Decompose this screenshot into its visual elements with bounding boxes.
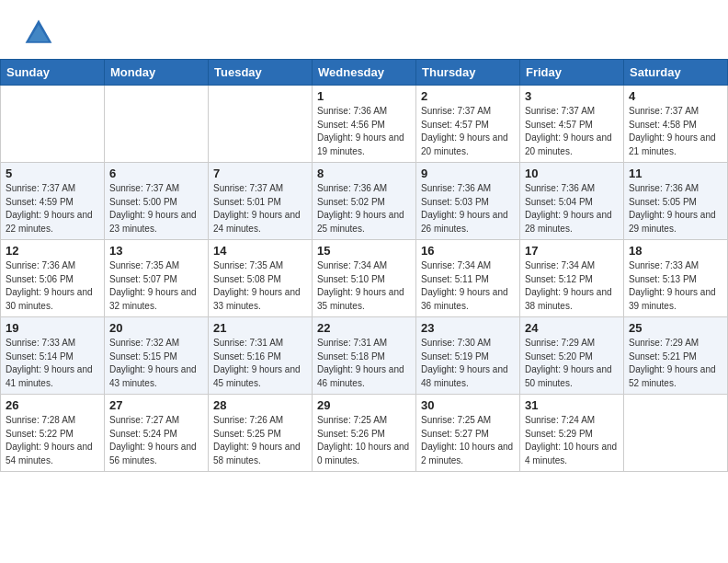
day-info: Sunrise: 7:30 AM Sunset: 5:19 PM Dayligh… — [421, 337, 515, 390]
day-info: Sunrise: 7:31 AM Sunset: 5:18 PM Dayligh… — [317, 337, 411, 390]
calendar-header-monday: Monday — [105, 60, 209, 86]
calendar-cell: 5Sunrise: 7:37 AM Sunset: 4:59 PM Daylig… — [1, 163, 105, 240]
day-number: 12 — [6, 244, 99, 258]
calendar-cell: 24Sunrise: 7:29 AM Sunset: 5:20 PM Dayli… — [520, 317, 624, 395]
day-number: 3 — [525, 89, 619, 103]
day-number: 15 — [317, 244, 411, 258]
calendar-cell: 14Sunrise: 7:35 AM Sunset: 5:08 PM Dayli… — [209, 240, 313, 317]
calendar-cell: 26Sunrise: 7:28 AM Sunset: 5:22 PM Dayli… — [1, 395, 105, 472]
calendar-cell: 30Sunrise: 7:25 AM Sunset: 5:27 PM Dayli… — [416, 395, 520, 472]
day-info: Sunrise: 7:27 AM Sunset: 5:24 PM Dayligh… — [109, 414, 203, 467]
calendar-cell: 29Sunrise: 7:25 AM Sunset: 5:26 PM Dayli… — [313, 395, 416, 472]
day-info: Sunrise: 7:36 AM Sunset: 4:56 PM Dayligh… — [317, 105, 411, 158]
day-number: 8 — [317, 167, 411, 180]
calendar-header-saturday: Saturday — [624, 60, 728, 86]
calendar-cell: 15Sunrise: 7:34 AM Sunset: 5:10 PM Dayli… — [313, 240, 416, 317]
calendar-cell: 17Sunrise: 7:34 AM Sunset: 5:12 PM Dayli… — [520, 240, 624, 317]
day-info: Sunrise: 7:24 AM Sunset: 5:29 PM Dayligh… — [525, 414, 619, 467]
calendar-week-1: 5Sunrise: 7:37 AM Sunset: 4:59 PM Daylig… — [1, 163, 728, 240]
day-info: Sunrise: 7:37 AM Sunset: 4:57 PM Dayligh… — [421, 105, 515, 158]
calendar-cell: 19Sunrise: 7:33 AM Sunset: 5:14 PM Dayli… — [1, 317, 105, 395]
calendar-cell: 8Sunrise: 7:36 AM Sunset: 5:02 PM Daylig… — [313, 163, 416, 240]
day-info: Sunrise: 7:36 AM Sunset: 5:02 PM Dayligh… — [317, 182, 411, 236]
day-info: Sunrise: 7:36 AM Sunset: 5:05 PM Dayligh… — [629, 182, 722, 236]
day-number: 14 — [213, 244, 307, 258]
calendar-header-sunday: Sunday — [1, 60, 105, 86]
day-number: 13 — [109, 244, 203, 258]
day-number: 18 — [629, 244, 722, 258]
day-info: Sunrise: 7:33 AM Sunset: 5:13 PM Dayligh… — [629, 259, 722, 313]
day-info: Sunrise: 7:34 AM Sunset: 5:12 PM Dayligh… — [525, 259, 619, 313]
day-info: Sunrise: 7:37 AM Sunset: 5:01 PM Dayligh… — [213, 182, 307, 236]
day-info: Sunrise: 7:32 AM Sunset: 5:15 PM Dayligh… — [109, 337, 203, 390]
day-info: Sunrise: 7:26 AM Sunset: 5:25 PM Dayligh… — [213, 414, 307, 467]
day-info: Sunrise: 7:34 AM Sunset: 5:11 PM Dayligh… — [421, 259, 515, 313]
calendar-week-4: 26Sunrise: 7:28 AM Sunset: 5:22 PM Dayli… — [1, 395, 728, 472]
calendar-cell: 21Sunrise: 7:31 AM Sunset: 5:16 PM Dayli… — [209, 317, 313, 395]
page: SundayMondayTuesdayWednesdayThursdayFrid… — [0, 0, 728, 472]
calendar-cell — [209, 86, 313, 163]
day-number: 1 — [317, 89, 411, 103]
logo-icon — [22, 17, 55, 50]
day-info: Sunrise: 7:33 AM Sunset: 5:14 PM Dayligh… — [6, 337, 99, 390]
day-info: Sunrise: 7:28 AM Sunset: 5:22 PM Dayligh… — [6, 414, 99, 467]
calendar-week-3: 19Sunrise: 7:33 AM Sunset: 5:14 PM Dayli… — [1, 317, 728, 395]
day-number: 17 — [525, 244, 619, 258]
calendar-header-wednesday: Wednesday — [313, 60, 416, 86]
day-info: Sunrise: 7:37 AM Sunset: 4:58 PM Dayligh… — [629, 105, 722, 158]
calendar-header-row: SundayMondayTuesdayWednesdayThursdayFrid… — [1, 60, 728, 86]
day-info: Sunrise: 7:25 AM Sunset: 5:27 PM Dayligh… — [421, 414, 515, 467]
header — [0, 0, 728, 59]
calendar-cell: 28Sunrise: 7:26 AM Sunset: 5:25 PM Dayli… — [209, 395, 313, 472]
calendar-header-friday: Friday — [520, 60, 624, 86]
day-info: Sunrise: 7:25 AM Sunset: 5:26 PM Dayligh… — [317, 414, 411, 467]
calendar-cell — [1, 86, 105, 163]
calendar-cell: 10Sunrise: 7:36 AM Sunset: 5:04 PM Dayli… — [520, 163, 624, 240]
day-number: 20 — [109, 321, 203, 335]
calendar-cell: 23Sunrise: 7:30 AM Sunset: 5:19 PM Dayli… — [416, 317, 520, 395]
day-info: Sunrise: 7:29 AM Sunset: 5:21 PM Dayligh… — [629, 337, 722, 390]
calendar-cell: 13Sunrise: 7:35 AM Sunset: 5:07 PM Dayli… — [105, 240, 209, 317]
day-number: 25 — [629, 321, 722, 335]
day-number: 24 — [525, 321, 619, 335]
day-number: 27 — [109, 398, 203, 412]
calendar-cell: 20Sunrise: 7:32 AM Sunset: 5:15 PM Dayli… — [105, 317, 209, 395]
calendar-cell: 9Sunrise: 7:36 AM Sunset: 5:03 PM Daylig… — [416, 163, 520, 240]
day-number: 21 — [213, 321, 307, 335]
day-number: 30 — [421, 398, 515, 412]
day-number: 28 — [213, 398, 307, 412]
calendar-cell: 3Sunrise: 7:37 AM Sunset: 4:57 PM Daylig… — [520, 86, 624, 163]
calendar-cell — [624, 395, 728, 472]
calendar-cell: 25Sunrise: 7:29 AM Sunset: 5:21 PM Dayli… — [624, 317, 728, 395]
day-info: Sunrise: 7:35 AM Sunset: 5:08 PM Dayligh… — [213, 259, 307, 313]
day-number: 26 — [6, 398, 99, 412]
day-info: Sunrise: 7:36 AM Sunset: 5:06 PM Dayligh… — [6, 259, 99, 313]
day-info: Sunrise: 7:37 AM Sunset: 4:59 PM Dayligh… — [6, 182, 99, 236]
day-info: Sunrise: 7:36 AM Sunset: 5:04 PM Dayligh… — [525, 182, 619, 236]
calendar-cell: 6Sunrise: 7:37 AM Sunset: 5:00 PM Daylig… — [105, 163, 209, 240]
calendar-cell: 31Sunrise: 7:24 AM Sunset: 5:29 PM Dayli… — [520, 395, 624, 472]
day-number: 2 — [421, 89, 515, 103]
calendar-cell: 16Sunrise: 7:34 AM Sunset: 5:11 PM Dayli… — [416, 240, 520, 317]
day-number: 23 — [421, 321, 515, 335]
day-info: Sunrise: 7:36 AM Sunset: 5:03 PM Dayligh… — [421, 182, 515, 236]
day-number: 16 — [421, 244, 515, 258]
calendar-cell: 2Sunrise: 7:37 AM Sunset: 4:57 PM Daylig… — [416, 86, 520, 163]
day-info: Sunrise: 7:37 AM Sunset: 5:00 PM Dayligh… — [109, 182, 203, 236]
day-number: 29 — [317, 398, 411, 412]
day-info: Sunrise: 7:31 AM Sunset: 5:16 PM Dayligh… — [213, 337, 307, 390]
calendar-cell: 18Sunrise: 7:33 AM Sunset: 5:13 PM Dayli… — [624, 240, 728, 317]
calendar-header-tuesday: Tuesday — [209, 60, 313, 86]
day-info: Sunrise: 7:35 AM Sunset: 5:07 PM Dayligh… — [109, 259, 203, 313]
day-number: 9 — [421, 167, 515, 180]
calendar-header-thursday: Thursday — [416, 60, 520, 86]
day-info: Sunrise: 7:34 AM Sunset: 5:10 PM Dayligh… — [317, 259, 411, 313]
day-number: 7 — [213, 167, 307, 180]
logo — [22, 17, 59, 50]
calendar-cell: 11Sunrise: 7:36 AM Sunset: 5:05 PM Dayli… — [624, 163, 728, 240]
calendar-cell: 12Sunrise: 7:36 AM Sunset: 5:06 PM Dayli… — [1, 240, 105, 317]
calendar-cell: 1Sunrise: 7:36 AM Sunset: 4:56 PM Daylig… — [313, 86, 416, 163]
calendar-cell: 22Sunrise: 7:31 AM Sunset: 5:18 PM Dayli… — [313, 317, 416, 395]
day-number: 19 — [6, 321, 99, 335]
calendar-cell: 7Sunrise: 7:37 AM Sunset: 5:01 PM Daylig… — [209, 163, 313, 240]
